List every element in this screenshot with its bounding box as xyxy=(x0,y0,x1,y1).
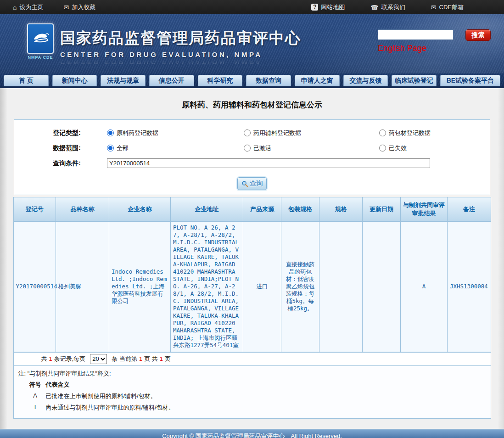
legend-header-symbol: 符号 xyxy=(25,381,46,389)
header-search-area: 搜索 English Page xyxy=(378,29,493,53)
radio-scope-expired-input[interactable] xyxy=(379,145,386,152)
topbar-left-group: ⌂ 设为主页 ✉ 加入收藏 xyxy=(0,3,95,11)
cell-review-result: A xyxy=(401,221,448,352)
pagination-bar: 共 1 条记录,每页 20 条 当前第 1 页 共 1 页 xyxy=(14,352,491,365)
nav-tab-applicant-window[interactable]: 申请人之窗 xyxy=(295,75,340,86)
pager-seg3: 条 当前第 xyxy=(112,355,137,363)
sitemap-label: 网站地图 xyxy=(321,3,345,11)
col-company-address: 企业地址 xyxy=(171,197,243,221)
nav-tab-regulations[interactable]: 法规与规章 xyxy=(101,75,146,86)
nav-tab-home[interactable]: 首 页 xyxy=(4,75,49,86)
legend-symbol-a: A xyxy=(25,392,46,400)
home-icon: ⌂ xyxy=(13,4,17,11)
cell-reg-no: Y20170000514 xyxy=(14,221,56,352)
cell-package-spec: 直接接触药品的药包材：低密度聚乙烯袋包装规格：每桶5kg。每桶25kg。 xyxy=(281,221,319,352)
radio-scope-expired[interactable]: 已失效 xyxy=(379,144,407,152)
cell-source: 进口 xyxy=(243,221,281,352)
pager-seg2: 条记录,每页 xyxy=(54,355,86,363)
query-submit-label: 查询 xyxy=(250,180,263,188)
query-condition-input[interactable] xyxy=(107,158,430,168)
envelope-icon: ✉ xyxy=(63,4,69,11)
top-utility-bar: ⌂ 设为主页 ✉ 加入收藏 ? 网站地图 ☎ 联系我们 ✉ CDE邮箱 xyxy=(0,0,504,14)
query-condition-label: 查询条件: xyxy=(14,159,81,168)
legend-grid: 符号 代表含义 A 已批准在上市制剂使用的原料/辅料/包材。 I 尚未通过与制剂… xyxy=(18,381,486,412)
main-nav: 首 页 新闻中心 法规与规章 信息公开 科学研究 数据查询 申请人之窗 交流与反… xyxy=(0,73,504,88)
cde-mail-link[interactable]: ✉ CDE邮箱 xyxy=(431,3,464,11)
question-mark-icon: ? xyxy=(311,4,318,11)
magnifier-icon xyxy=(241,180,248,187)
radio-excipient[interactable]: 药用辅料登记数据 xyxy=(244,129,301,137)
table-row: Y20170000514 格列美脲 Indoco Remedies Ltd. ;… xyxy=(14,221,491,352)
radio-packaging[interactable]: 药包材登记数据 xyxy=(379,129,431,137)
mail-icon: ✉ xyxy=(431,4,437,11)
set-homepage-link[interactable]: ⌂ 设为主页 xyxy=(13,3,43,11)
contact-us-link[interactable]: ☎ 联系我们 xyxy=(370,3,405,11)
cell-spec xyxy=(319,221,363,352)
site-title-en: CENTER FOR DRUG EVALUATION, NMPA xyxy=(60,51,301,58)
legend-meaning-i: 尚未通过与制剂共同审评审批的原料/辅料/包材。 xyxy=(46,404,486,412)
nav-tab-feedback[interactable]: 交流与反馈 xyxy=(343,75,388,86)
footer-copyright: Copyright © 国家药品监督管理局药品审评中心 All Right Re… xyxy=(0,432,504,438)
set-homepage-label: 设为主页 xyxy=(19,3,43,11)
contact-us-label: 联系我们 xyxy=(381,3,405,11)
site-titles: 国家药品监督管理局药品审评中心 CENTER FOR DRUG EVALUATI… xyxy=(60,28,301,66)
legend-title: 注: "与制剂共同审评审批结果"释义: xyxy=(18,370,486,378)
nav-tab-clinical-trial[interactable]: 临床试验登记 xyxy=(392,75,437,86)
swan-logo-icon xyxy=(30,28,50,49)
legend-header-meaning: 代表含义 xyxy=(46,381,486,389)
query-condition-row: 查询条件: xyxy=(14,156,490,171)
radio-raw-material[interactable]: 原料药登记数据 xyxy=(107,129,158,137)
query-submit-button[interactable]: 查询 xyxy=(237,177,267,190)
radio-excipient-input[interactable] xyxy=(244,129,251,136)
col-company-name: 企业名称 xyxy=(109,197,171,221)
nav-tab-data-query[interactable]: 数据查询 xyxy=(246,75,291,86)
results-table: 登记号 品种名称 企业名称 企业地址 产品来源 包装规格 规格 更新日期 与制剂… xyxy=(14,197,491,352)
legend-symbol-i: I xyxy=(25,404,46,412)
col-review-result: 与制剂共同审评审批结果 xyxy=(401,197,448,221)
query-form: 登记类型: 原料药登记数据 药用辅料登记数据 药包材登记数据 数据范围: 全部 xyxy=(14,119,490,195)
radio-scope-all[interactable]: 全部 xyxy=(107,144,129,152)
nav-tab-be-platform[interactable]: BE试验备案平台 xyxy=(440,75,500,86)
pager-total-count: 1 xyxy=(49,355,52,362)
radio-scope-active-input[interactable] xyxy=(244,145,251,152)
sitemap-link[interactable]: ? 网站地图 xyxy=(311,3,345,11)
site-title-cn: 国家药品监督管理局药品审评中心 xyxy=(60,28,301,49)
legend-notes: 注: "与制剂共同审评审批结果"释义: 符号 代表含义 A 已批准在上市制剂使用… xyxy=(14,365,491,418)
logo-caption: NMPA CDE xyxy=(26,55,55,60)
col-product-name: 品种名称 xyxy=(56,197,109,221)
nav-tab-news[interactable]: 新闻中心 xyxy=(52,75,97,86)
page-size-select[interactable]: 20 xyxy=(90,354,107,364)
cde-mail-label: CDE邮箱 xyxy=(439,3,464,11)
col-remark: 备注 xyxy=(448,197,491,221)
cell-product-name: 格列美脲 xyxy=(56,221,109,352)
radio-raw-material-input[interactable] xyxy=(107,129,114,136)
query-button-row: 查询 xyxy=(14,177,490,190)
site-title-en-reflection: CENTER FOR DRUG EVALUATION, NMPA xyxy=(60,58,301,66)
english-page-link[interactable]: English Page xyxy=(378,44,426,53)
cell-update-date xyxy=(363,221,401,352)
nmpa-cde-logo[interactable]: NMPA CDE xyxy=(26,23,55,64)
page-title: 原料药、药用辅料和药包材登记信息公示 xyxy=(0,100,504,110)
nav-tab-science[interactable]: 科学研究 xyxy=(198,75,243,86)
header-search-input[interactable] xyxy=(378,29,454,40)
legend-meaning-a: 已批准在上市制剂使用的原料/辅料/包材。 xyxy=(46,392,486,400)
reg-type-label: 登记类型: xyxy=(14,129,81,137)
add-favorite-label: 加入收藏 xyxy=(72,3,95,11)
site-header: NMPA CDE 国家药品监督管理局药品审评中心 CENTER FOR DRUG… xyxy=(0,14,504,73)
table-header-row: 登记号 品种名称 企业名称 企业地址 产品来源 包装规格 规格 更新日期 与制剂… xyxy=(14,197,491,221)
radio-scope-all-input[interactable] xyxy=(107,145,114,152)
col-reg-no: 登记号 xyxy=(14,197,56,221)
pager-seg1: 共 xyxy=(41,355,47,363)
col-source: 产品来源 xyxy=(243,197,281,221)
radio-packaging-input[interactable] xyxy=(379,129,386,136)
topbar-right-group: ? 网站地图 ☎ 联系我们 ✉ CDE邮箱 xyxy=(311,3,504,11)
site-footer: Copyright © 国家药品监督管理局药品审评中心 All Right Re… xyxy=(0,429,504,438)
col-update-date: 更新日期 xyxy=(363,197,401,221)
radio-scope-active[interactable]: 已激活 xyxy=(244,144,271,152)
add-favorite-link[interactable]: ✉ 加入收藏 xyxy=(63,3,95,11)
header-search-button[interactable]: 搜索 xyxy=(465,29,491,41)
scope-row: 数据范围: 全部 已激活 已失效 xyxy=(14,140,490,156)
nav-tab-info-disclosure[interactable]: 信息公开 xyxy=(149,75,194,86)
cell-company-name: Indoco Remedies Ltd. ;Indoco Remedies Lt… xyxy=(109,221,171,352)
logo-emblem xyxy=(27,23,54,54)
